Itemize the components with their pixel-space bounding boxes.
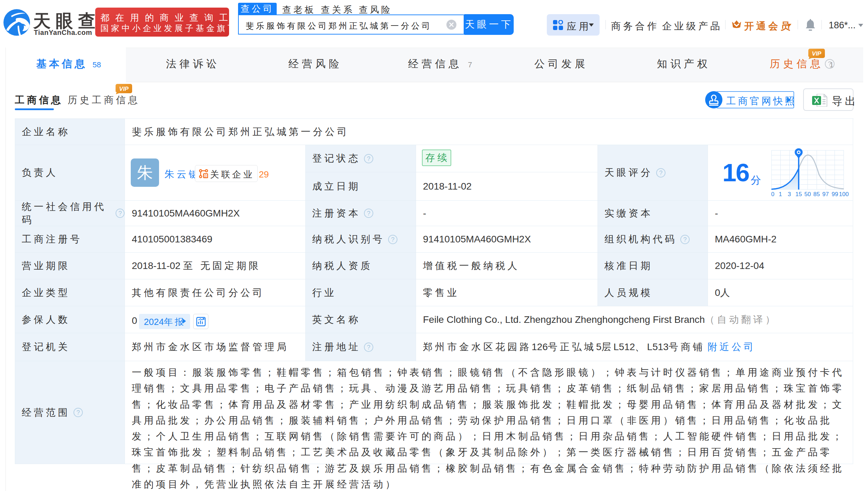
svg-text:50: 50 [805,191,811,198]
svg-text:0: 0 [771,191,775,198]
svg-text:3: 3 [788,191,791,198]
svg-text:企: 企 [204,174,207,178]
svg-text:1: 1 [779,191,782,198]
svg-text:97: 97 [822,191,829,198]
svg-text:15: 15 [796,191,802,198]
svg-text:99: 99 [832,191,838,198]
svg-text:100: 100 [839,191,849,198]
svg-text:VIP: VIP [119,86,129,92]
svg-text:85: 85 [813,191,820,198]
svg-text:VIP: VIP [812,50,821,57]
